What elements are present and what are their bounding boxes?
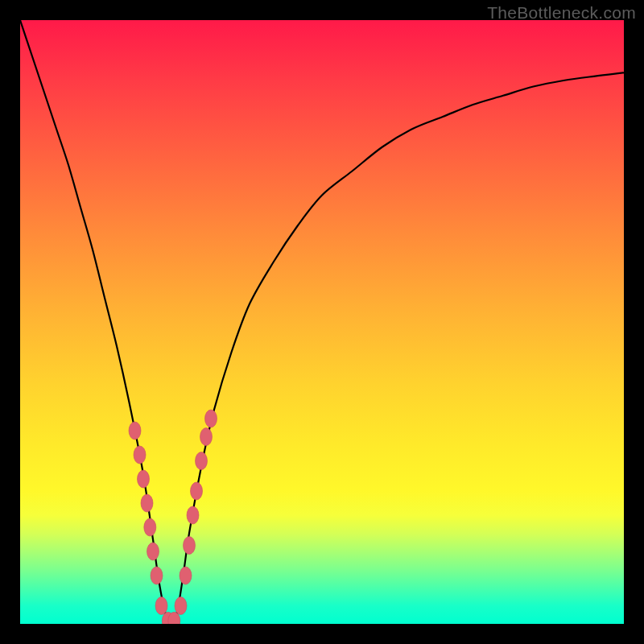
watermark-text: TheBottleneck.com: [487, 3, 636, 23]
data-marker: [134, 446, 146, 464]
data-marker: [129, 422, 141, 440]
data-marker: [144, 518, 156, 536]
data-marker: [184, 537, 196, 555]
data-marker: [196, 452, 208, 470]
data-marker: [155, 597, 167, 615]
plot-area: [20, 20, 624, 624]
data-marker: [191, 482, 203, 500]
chart-svg: [20, 20, 624, 624]
data-marker: [175, 597, 187, 615]
bottleneck-curve: [20, 20, 624, 624]
data-marker: [151, 567, 163, 584]
chart-frame: TheBottleneck.com: [0, 0, 644, 644]
data-marker: [180, 567, 192, 584]
data-marker: [138, 470, 150, 488]
data-marker: [200, 428, 213, 446]
data-marker: [187, 506, 199, 524]
data-marker: [205, 410, 217, 427]
data-marker: [147, 543, 159, 560]
marker-group: [129, 410, 217, 624]
data-marker: [141, 494, 153, 512]
